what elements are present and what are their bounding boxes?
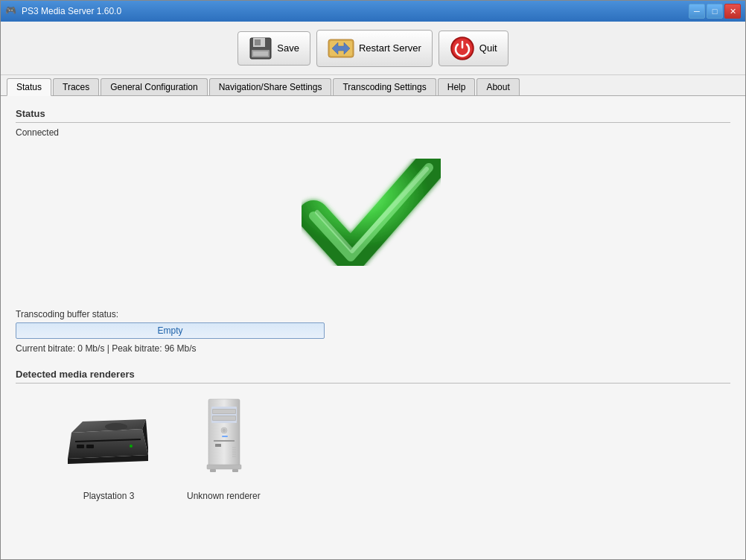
- save-button[interactable]: Save: [237, 31, 310, 66]
- renderers-list: Playstation 3: [16, 395, 730, 501]
- tab-help[interactable]: Help: [438, 78, 476, 95]
- renderer-ps3-label: Playstation 3: [83, 491, 135, 501]
- renderer-ps3: Playstation 3: [60, 403, 157, 501]
- restart-icon: [328, 35, 354, 62]
- checkmark-container: [16, 145, 730, 294]
- buffer-label: Transcoding buffer status:: [16, 309, 730, 319]
- unknown-renderer-icon: [194, 395, 253, 485]
- tab-traces[interactable]: Traces: [53, 78, 99, 95]
- tab-status[interactable]: Status: [7, 78, 51, 96]
- status-section: Status Connected: [16, 108, 730, 501]
- buffer-section: Transcoding buffer status: Empty Current…: [16, 309, 730, 354]
- svg-rect-12: [86, 445, 94, 448]
- minimize-button[interactable]: ─: [689, 4, 705, 19]
- renderers-section-title: Detected media renderers: [16, 369, 730, 384]
- quit-label: Quit: [479, 42, 497, 54]
- svg-rect-18: [213, 410, 235, 413]
- peak-bitrate: Peak bitrate: 96 Mb/s: [112, 343, 196, 354]
- svg-rect-32: [210, 469, 216, 472]
- restart-server-button[interactable]: Restart Server: [316, 30, 433, 67]
- ps3-icon: [60, 403, 157, 485]
- connected-checkmark-icon: [291, 145, 455, 294]
- svg-point-22: [223, 429, 226, 433]
- tab-about[interactable]: About: [476, 78, 519, 95]
- svg-rect-4: [253, 51, 268, 56]
- renderer-unknown-label: Unknown renderer: [187, 491, 261, 501]
- current-bitrate: Current bitrate: 0 Mb/s: [16, 343, 104, 354]
- buffer-value: Empty: [157, 325, 182, 336]
- bitrate-info: Current bitrate: 0 Mb/s | Peak bitrate: …: [16, 343, 730, 354]
- transcoding-buffer-bar: Empty: [16, 322, 325, 339]
- svg-rect-23: [222, 436, 228, 437]
- renderer-unknown: Unknown renderer: [187, 395, 261, 501]
- app-icon: 🎮: [5, 5, 17, 17]
- svg-rect-25: [215, 444, 221, 447]
- save-label: Save: [277, 42, 299, 54]
- svg-rect-33: [232, 469, 238, 472]
- svg-point-14: [130, 445, 133, 448]
- app-window: 🎮 PS3 Media Server 1.60.0 ─ □ ✕ Save: [0, 0, 746, 560]
- svg-rect-20: [213, 416, 235, 420]
- window-controls: ─ □ ✕: [689, 4, 741, 19]
- restart-label: Restart Server: [359, 42, 421, 54]
- renderers-section: Detected media renderers: [16, 369, 730, 501]
- quit-button[interactable]: Quit: [439, 31, 509, 66]
- tab-bar: Status Traces General Configuration Navi…: [1, 75, 745, 96]
- window-title: PS3 Media Server 1.60.0: [22, 6, 684, 16]
- tab-navigation-share[interactable]: Navigation/Share Settings: [209, 78, 332, 95]
- maximize-button[interactable]: □: [707, 4, 723, 19]
- toolbar: Save Restart Server Quit: [1, 22, 745, 75]
- quit-icon: [450, 36, 475, 61]
- svg-rect-2: [255, 39, 261, 45]
- status-section-title: Status: [16, 108, 730, 123]
- connection-status: Connected: [16, 127, 730, 138]
- svg-point-13: [105, 423, 127, 430]
- main-content: Status Connected: [1, 96, 745, 559]
- close-button[interactable]: ✕: [724, 4, 741, 19]
- title-bar: 🎮 PS3 Media Server 1.60.0 ─ □ ✕: [1, 1, 745, 22]
- tab-general-configuration[interactable]: General Configuration: [101, 78, 207, 95]
- svg-rect-31: [207, 465, 241, 469]
- tab-transcoding-settings[interactable]: Transcoding Settings: [333, 78, 436, 95]
- svg-rect-24: [214, 440, 235, 442]
- svg-rect-11: [77, 445, 84, 448]
- save-icon: [249, 36, 272, 60]
